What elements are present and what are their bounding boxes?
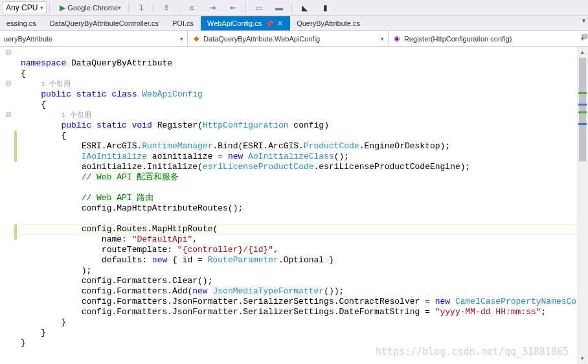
- t: ();: [334, 152, 349, 161]
- t: );: [82, 266, 92, 275]
- toolbar-button[interactable]: ⇪: [157, 1, 176, 15]
- separator: [291, 3, 292, 13]
- scroll-marker: [578, 123, 587, 125]
- toolbar-button[interactable]: ▭: [249, 1, 268, 15]
- t: { id =: [167, 255, 207, 265]
- t: ProductCode: [304, 141, 359, 151]
- t: ;: [541, 307, 547, 317]
- run-button[interactable]: ▶ Google Chrome ▾: [52, 1, 126, 15]
- fold-toggle[interactable]: ⊟: [6, 79, 11, 88]
- t: "yyyy-MM-dd HH:mm:ss": [435, 307, 541, 317]
- t: "DefaultApi": [132, 234, 193, 244]
- tab-label: WebApiConfig.cs: [207, 19, 262, 27]
- t: config.Formatters.Add(: [82, 286, 193, 296]
- t: RouteParameter: [208, 255, 278, 265]
- t: new: [435, 297, 450, 306]
- method-combo[interactable]: ◉ Register(HttpConfiguration config) ▾: [389, 31, 588, 46]
- t: // Web API 路由: [82, 193, 154, 203]
- split-icon[interactable]: ▤: [582, 32, 587, 40]
- t: .esriLicenseProductCodeEngine);: [314, 162, 471, 172]
- tab-webapiconfig[interactable]: WebApiConfig.cs 📌 ✕: [201, 16, 290, 30]
- tab-overflow-icon[interactable]: ▾: [582, 17, 585, 24]
- tab-querybyattr[interactable]: QueryByAttribute.cs: [290, 16, 367, 30]
- namespace-combo[interactable]: ueryByAttribute ▾: [0, 31, 188, 46]
- t: }: [21, 338, 26, 348]
- toolbar-button[interactable]: ▮: [315, 1, 335, 15]
- scroll-thumb[interactable]: [579, 58, 586, 161]
- navigation-bar: ueryByAttribute ▾ ◆ DataQueryByAttribute…: [0, 31, 588, 47]
- tab-controller[interactable]: DataQueryByAttributeController.cs: [43, 16, 166, 30]
- close-icon[interactable]: ✕: [277, 19, 283, 28]
- t: }: [41, 328, 46, 337]
- codelens[interactable]: 1 个引用: [61, 111, 91, 119]
- codelens[interactable]: 1 个引用: [41, 80, 71, 88]
- code-area[interactable]: namespace DataQueryByAttribute { 1 个引用 p…: [18, 47, 588, 364]
- t: CamelCasePropertyNamesContractResol: [455, 297, 588, 306]
- namespace-label: ueryByAttribute: [4, 35, 52, 43]
- tab-label: essing.cs: [6, 19, 36, 27]
- t: {: [21, 69, 26, 78]
- bookmark-icon: ◣: [299, 3, 310, 13]
- run-target: Google Chrome: [67, 4, 118, 12]
- toolbar-button[interactable]: ◣: [295, 1, 314, 15]
- fold-toggle[interactable]: ⊟: [6, 110, 11, 119]
- t: ESRI.ArcGIS.: [82, 141, 142, 151]
- platform-value: Any CPU: [6, 3, 38, 12]
- chevron-down-icon: ▾: [381, 36, 384, 42]
- indent-icon: ⇥: [207, 3, 218, 13]
- method-icon: ◉: [392, 34, 401, 43]
- method-label: Register(HttpConfiguration config): [404, 35, 512, 43]
- t: Register: [157, 120, 198, 130]
- toolbar-button[interactable]: ▬: [269, 1, 289, 15]
- vertical-scrollbar[interactable]: ▴ ▾: [577, 47, 588, 364]
- t: {: [41, 100, 46, 109]
- scroll-down-icon[interactable]: ▾: [577, 353, 588, 364]
- tab-processing[interactable]: essing.cs: [0, 16, 43, 30]
- tab-poi[interactable]: POI.cs: [166, 16, 201, 30]
- class-label: DataQueryByAttribute.WebApiConfig: [203, 35, 320, 43]
- t: class: [111, 89, 137, 99]
- fold-toggle[interactable]: ⊟: [6, 48, 11, 57]
- separator: [179, 3, 179, 13]
- t: config.Formatters.Clear();: [82, 276, 213, 286]
- t: "{controller}/{id}": [177, 245, 273, 255]
- t: config.Formatters.JsonFormatter.Serializ…: [82, 307, 435, 317]
- t: config: [289, 120, 324, 130]
- platform-combo[interactable]: Any CPU ▾: [3, 1, 47, 14]
- change-indicator: [14, 224, 17, 240]
- scroll-up-icon[interactable]: ▴: [577, 47, 588, 58]
- t: .EngineOrDesktop);: [359, 141, 450, 151]
- t: static: [76, 89, 107, 99]
- t: config.Formatters.JsonFormatter.Serializ…: [82, 297, 435, 306]
- tab-label: QueryByAttribute.cs: [297, 19, 360, 27]
- t: .Optional }: [278, 255, 334, 265]
- separator: [153, 3, 154, 13]
- t: RuntimeManager: [142, 141, 212, 151]
- separator: [128, 3, 129, 13]
- outline-gutter: ⊟ ⊟ ⊟: [0, 47, 18, 364]
- t: routeTemplate: [102, 245, 167, 255]
- separator: [245, 3, 246, 13]
- tab-label: POI.cs: [172, 19, 194, 27]
- t: new: [152, 255, 167, 265]
- scroll-marker: [578, 92, 587, 94]
- pin-icon[interactable]: 📌: [266, 20, 273, 27]
- t: config.MapHttpAttributeRoutes();: [82, 203, 243, 213]
- toolbar-button[interactable]: ⇤: [223, 1, 243, 15]
- t: }: [61, 317, 66, 327]
- class-combo[interactable]: ◆ DataQueryByAttribute.WebApiConfig ▾: [188, 31, 389, 46]
- code-editor[interactable]: ⊟ ⊟ ⊟ namespace DataQueryByAttribute { 1…: [0, 47, 588, 364]
- t: WebApiConfig: [142, 89, 203, 99]
- flag-icon: ▮: [320, 3, 330, 13]
- t: JsonMediaTypeFormatter: [212, 286, 324, 296]
- t: DataQueryByAttribute: [66, 58, 172, 68]
- toolbar-button[interactable]: ⤵: [131, 1, 151, 15]
- toolbar-button[interactable]: ⇥: [203, 1, 222, 15]
- toolbar-button[interactable]: ≡: [182, 1, 201, 15]
- uncomment-icon: ▬: [274, 3, 284, 13]
- t: config.Routes.MapHttpRoute(: [82, 224, 218, 234]
- t: HttpConfiguration: [203, 120, 289, 130]
- document-tabs: essing.cs DataQueryByAttributeController…: [0, 16, 588, 31]
- t: ());: [324, 286, 344, 296]
- play-icon: ▶: [57, 3, 67, 13]
